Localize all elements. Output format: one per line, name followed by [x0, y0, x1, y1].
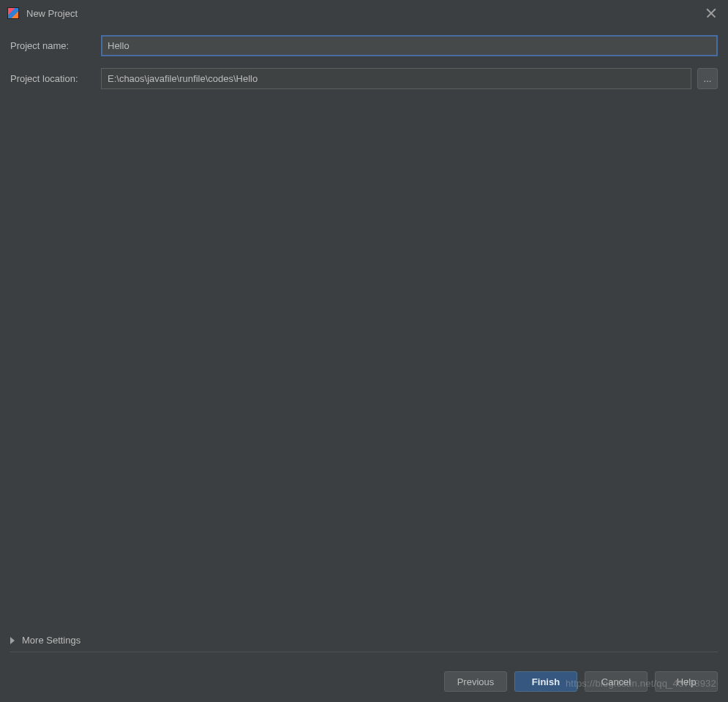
close-icon[interactable]	[706, 8, 716, 18]
cancel-button[interactable]: Cancel	[585, 671, 648, 692]
more-settings-toggle[interactable]: More Settings	[10, 635, 718, 652]
button-bar: Previous Finish Cancel Help	[444, 671, 718, 692]
titlebar: New Project	[0, 0, 728, 26]
form-area: Project name: Project location: ...	[0, 26, 728, 89]
help-button[interactable]: Help	[655, 671, 718, 692]
finish-button[interactable]: Finish	[514, 671, 577, 692]
project-location-input[interactable]	[101, 68, 691, 89]
project-location-label: Project location:	[10, 73, 101, 84]
more-settings-label: More Settings	[22, 635, 80, 646]
project-name-row: Project name:	[10, 35, 718, 56]
project-name-label: Project name:	[10, 40, 101, 51]
window-title: New Project	[26, 8, 706, 19]
project-location-row: Project location: ...	[10, 68, 718, 89]
chevron-right-icon	[10, 637, 15, 644]
project-name-input[interactable]	[101, 35, 718, 56]
previous-button[interactable]: Previous	[444, 671, 507, 692]
app-icon	[7, 7, 19, 19]
browse-button[interactable]: ...	[697, 68, 718, 89]
